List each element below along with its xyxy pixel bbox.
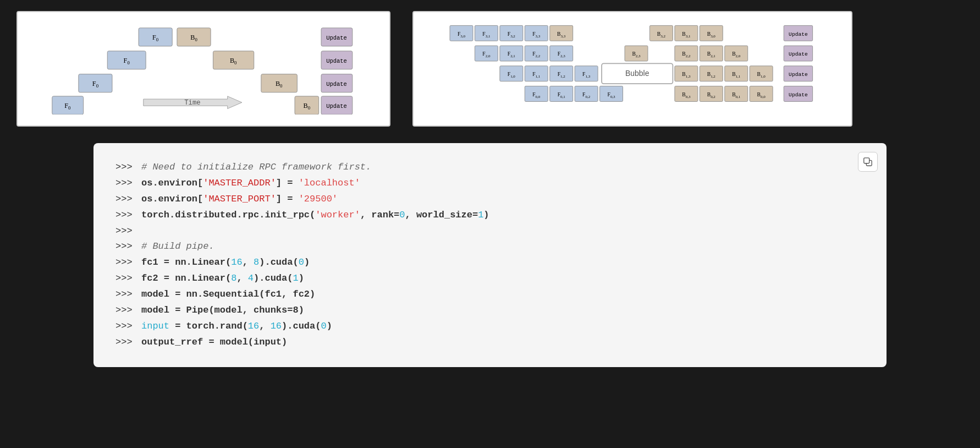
code-content-2: os.environ['MASTER_ADDR'] = 'localhost' — [141, 176, 360, 192]
code-line-9: >>> model = nn.Sequential(fc1, fc2) — [115, 287, 865, 303]
svg-text:Update: Update — [789, 31, 808, 37]
right-diagram-svg: F3,0 F3,1 F3,2 F3,3 B3,3 B3,2 B3,1 B3,0 … — [425, 23, 840, 114]
svg-text:Update: Update — [789, 92, 808, 98]
code-content-12: output_rref = model(input) — [141, 335, 287, 351]
code-line-8: >>> fc2 = nn.Linear(8, 4).cuda(1) — [115, 271, 865, 287]
svg-text:Update: Update — [326, 81, 347, 88]
prompt-2: >>> — [115, 176, 135, 192]
svg-rect-46 — [500, 46, 523, 61]
svg-text:Update: Update — [326, 35, 347, 41]
svg-rect-84 — [550, 86, 573, 101]
svg-rect-82 — [525, 86, 548, 101]
prompt-11: >>> — [115, 319, 135, 335]
code-content-7: fc1 = nn.Linear(16, 8).cuda(0) — [141, 255, 310, 271]
svg-rect-92 — [700, 86, 723, 101]
svg-rect-56 — [700, 46, 723, 61]
code-content-5 — [141, 223, 147, 239]
right-pipeline-diagram: F3,0 F3,1 F3,2 F3,3 B3,3 B3,2 B3,1 B3,0 … — [412, 11, 852, 127]
svg-rect-66 — [550, 66, 573, 81]
prompt-6: >>> — [115, 239, 135, 255]
svg-rect-40 — [700, 25, 723, 41]
svg-rect-90 — [675, 86, 698, 101]
svg-rect-58 — [725, 46, 748, 61]
svg-rect-54 — [675, 46, 698, 61]
code-content-3: os.environ['MASTER_PORT'] = '29500' — [141, 192, 338, 207]
prompt-5: >>> — [115, 223, 135, 239]
code-line-5: >>> — [115, 223, 865, 239]
svg-rect-62 — [500, 66, 523, 81]
left-diagram-svg: F0 B0 Update F0 B0 Update F0 B0 Update — [29, 23, 378, 114]
prompt-4: >>> — [115, 207, 135, 223]
svg-rect-36 — [649, 25, 673, 41]
svg-rect-26 — [450, 25, 473, 41]
code-line-2: >>> os.environ['MASTER_ADDR'] = 'localho… — [115, 176, 865, 192]
svg-rect-68 — [575, 66, 598, 81]
prompt-3: >>> — [115, 192, 135, 207]
svg-rect-88 — [600, 86, 623, 101]
svg-rect-48 — [525, 46, 548, 61]
svg-rect-94 — [725, 86, 748, 101]
copy-button[interactable] — [858, 152, 878, 172]
svg-text:Update: Update — [326, 58, 347, 64]
svg-rect-72 — [675, 66, 698, 81]
svg-rect-101 — [864, 158, 869, 163]
code-line-4: >>> torch.distributed.rpc.init_rpc('work… — [115, 207, 865, 223]
svg-rect-96 — [750, 86, 773, 101]
svg-rect-78 — [750, 66, 773, 81]
code-line-10: >>> model = Pipe(model, chunks=8) — [115, 303, 865, 319]
svg-text:Bubble: Bubble — [625, 69, 649, 78]
code-line-6: >>> # Build pipe. — [115, 239, 865, 255]
svg-rect-76 — [725, 66, 748, 81]
code-content-11: input = torch.rand(16, 16).cuda(0) — [141, 319, 332, 335]
code-content-10: model = Pipe(model, chunks=8) — [141, 303, 304, 319]
svg-rect-32 — [525, 25, 548, 41]
code-content-4: torch.distributed.rpc.init_rpc('worker',… — [141, 207, 489, 223]
code-line-7: >>> fc1 = nn.Linear(16, 8).cuda(0) — [115, 255, 865, 271]
prompt-1: >>> — [115, 160, 135, 176]
svg-rect-50 — [550, 46, 573, 61]
top-section: F0 B0 Update F0 B0 Update F0 B0 Update — [0, 0, 980, 138]
code-comment-6: # Build pipe. — [141, 239, 214, 255]
svg-text:Update: Update — [326, 103, 347, 110]
code-block: >>> # Need to initialize RPC framework f… — [115, 160, 865, 351]
svg-rect-44 — [475, 46, 498, 61]
prompt-12: >>> — [115, 335, 135, 351]
code-section: >>> # Need to initialize RPC framework f… — [93, 143, 887, 367]
prompt-7: >>> — [115, 255, 135, 271]
code-comment-1: # Need to initialize RPC framework first… — [141, 160, 371, 176]
svg-rect-28 — [475, 25, 498, 41]
prompt-8: >>> — [115, 271, 135, 287]
svg-rect-86 — [575, 86, 598, 101]
prompt-10: >>> — [115, 303, 135, 319]
code-content-9: model = nn.Sequential(fc1, fc2) — [141, 287, 315, 303]
svg-text:Time: Time — [184, 99, 200, 107]
svg-rect-74 — [700, 66, 723, 81]
code-line-11: >>> input = torch.rand(16, 16).cuda(0) — [115, 319, 865, 335]
code-line-12: >>> output_rref = model(input) — [115, 335, 865, 351]
svg-rect-52 — [625, 46, 648, 61]
svg-rect-38 — [675, 25, 698, 41]
left-pipeline-diagram: F0 B0 Update F0 B0 Update F0 B0 Update — [16, 11, 390, 127]
svg-rect-34 — [550, 25, 573, 41]
code-line-1: >>> # Need to initialize RPC framework f… — [115, 160, 865, 176]
prompt-9: >>> — [115, 287, 135, 303]
svg-text:Update: Update — [789, 51, 808, 57]
svg-text:Update: Update — [789, 72, 808, 78]
code-line-3: >>> os.environ['MASTER_PORT'] = '29500' — [115, 192, 865, 207]
svg-rect-64 — [525, 66, 548, 81]
code-content-8: fc2 = nn.Linear(8, 4).cuda(1) — [141, 271, 304, 287]
svg-rect-30 — [500, 25, 523, 41]
